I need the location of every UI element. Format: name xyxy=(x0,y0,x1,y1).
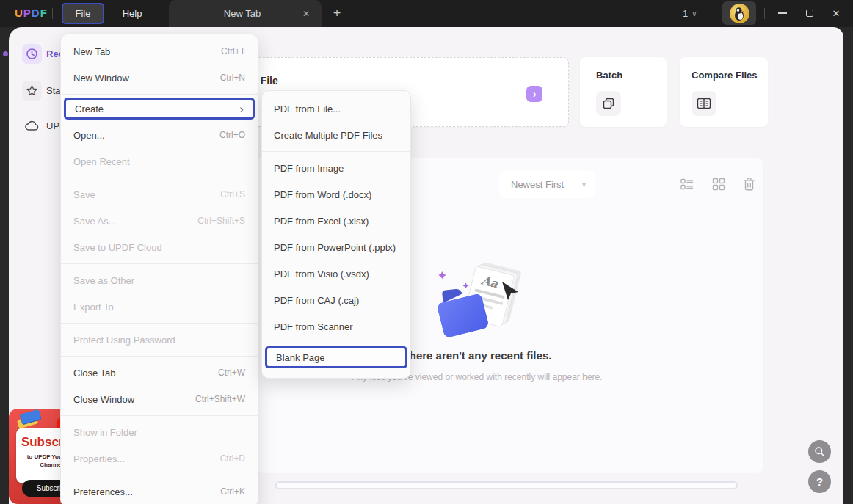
menu-divider xyxy=(61,415,258,416)
tab-new-tab[interactable]: New Tab ✕ xyxy=(169,0,322,27)
file-menu: New Tab Ctrl+T New Window Ctrl+N Create … xyxy=(60,34,258,504)
maximize-icon xyxy=(806,10,813,17)
chevron-down-icon: ∨ xyxy=(692,10,697,18)
help-button[interactable]: ? xyxy=(808,470,831,493)
batch-card-title: Batch xyxy=(596,70,622,81)
sidebar-item-starred[interactable] xyxy=(22,81,42,101)
menu-divider xyxy=(262,343,410,343)
list-view-button[interactable] xyxy=(680,177,694,191)
create-submenu-item-pdf-from-powerpoint[interactable]: PDF from PowerPoint (.pptx) xyxy=(262,234,410,260)
titlebar-divider xyxy=(764,8,765,19)
sidebar-item-updf-cloud[interactable] xyxy=(22,116,42,136)
batch-card[interactable]: Batch xyxy=(580,57,667,127)
file-menu-item-new-window[interactable]: New Window Ctrl+N xyxy=(61,65,258,91)
create-submenu: PDF from File... Create Multiple PDF Fil… xyxy=(261,90,411,379)
titlebar-divider xyxy=(52,8,53,19)
file-menu-item-close-window[interactable]: Close Window Ctrl+Shift+W xyxy=(61,386,258,412)
file-menu-item-show-in-folder: Show in Folder xyxy=(61,419,258,445)
open-file-chevron-button[interactable]: › xyxy=(526,86,542,102)
menu-divider xyxy=(61,356,258,357)
grid-view-button[interactable] xyxy=(711,177,726,191)
tab-count-dropdown[interactable]: 1 ∨ xyxy=(683,0,697,27)
compare-files-card[interactable]: Compare Files xyxy=(680,57,768,127)
file-menu-item-open-recent: Open Recent xyxy=(61,148,258,175)
batch-icon xyxy=(596,91,621,116)
menu-divider xyxy=(61,94,258,95)
close-button[interactable]: ✕ xyxy=(826,3,846,23)
new-tab-plus-button[interactable]: + xyxy=(329,5,345,21)
file-menu-item-protect-using-password: Protect Using Password xyxy=(61,326,258,353)
help-menu-button[interactable]: Help xyxy=(114,3,150,24)
sort-dropdown-value: Newest First xyxy=(511,179,564,190)
sidebar-active-indicator xyxy=(3,51,8,56)
file-menu-item-new-tab[interactable]: New Tab Ctrl+T xyxy=(61,38,258,65)
menu-divider xyxy=(61,263,258,264)
create-submenu-item-pdf-from-file[interactable]: PDF from File... xyxy=(262,95,410,122)
menu-divider xyxy=(61,178,258,178)
minimize-icon xyxy=(778,12,787,14)
menu-divider xyxy=(61,475,258,475)
menu-divider xyxy=(262,151,410,152)
file-menu-item-create[interactable]: Create › xyxy=(64,98,255,120)
create-submenu-item-blank-page[interactable]: Blank Page xyxy=(265,346,407,368)
create-submenu-item-pdf-from-word[interactable]: PDF from Word (.docx) xyxy=(262,181,410,208)
file-menu-button[interactable]: File xyxy=(62,3,104,24)
chevron-down-icon: ▾ xyxy=(582,180,586,189)
horizontal-scrollbar[interactable] xyxy=(275,481,738,489)
trash-icon-button[interactable] xyxy=(742,177,757,191)
star-icon xyxy=(26,84,38,97)
menu-divider xyxy=(61,323,258,324)
compare-files-card-title: Compare Files xyxy=(692,70,758,81)
create-submenu-item-pdf-from-scanner[interactable]: PDF from Scanner xyxy=(262,313,410,340)
app-window: Recent Starred UPDF Cloud Open File › Ba… xyxy=(0,0,853,504)
avatar xyxy=(730,4,749,23)
file-menu-item-properties: Properties... Ctrl+D xyxy=(61,445,258,472)
cloud-icon xyxy=(25,120,39,131)
close-icon: ✕ xyxy=(832,8,841,19)
file-menu-item-save-as-other: Save as Other xyxy=(61,267,258,293)
tab-label: New Tab xyxy=(169,8,297,19)
titlebar: UPDF File Help New Tab ✕ + 1 ∨ xyxy=(0,0,853,27)
file-menu-item-close-tab[interactable]: Close Tab Ctrl+W xyxy=(61,359,258,386)
minimize-button[interactable] xyxy=(772,3,793,23)
tab-close-icon[interactable]: ✕ xyxy=(297,6,316,22)
file-menu-item-save-as: Save As... Ctrl+Shift+S xyxy=(61,208,258,234)
create-submenu-item-pdf-from-caj[interactable]: PDF from CAJ (.caj) xyxy=(262,287,410,313)
clock-icon xyxy=(26,48,38,60)
create-submenu-item-create-multiple-pdf-files[interactable]: Create Multiple PDF Files xyxy=(262,122,410,148)
compare-files-icon xyxy=(692,91,716,116)
account-avatar-button[interactable] xyxy=(722,1,756,25)
create-submenu-item-pdf-from-image[interactable]: PDF from Image xyxy=(262,155,410,181)
sidebar-item-recent[interactable] xyxy=(22,44,42,64)
tab-count-value: 1 xyxy=(683,8,688,19)
search-button[interactable] xyxy=(808,440,831,463)
sort-dropdown[interactable]: Newest First ▾ xyxy=(499,171,595,198)
chevron-right-icon: › xyxy=(533,88,537,100)
submenu-arrow-icon: › xyxy=(239,103,244,115)
create-submenu-item-pdf-from-visio[interactable]: PDF from Visio (.vsdx) xyxy=(262,260,410,287)
updf-logo: UPDF xyxy=(15,7,48,19)
maximize-button[interactable] xyxy=(799,3,820,23)
search-icon xyxy=(814,446,825,457)
file-menu-item-open[interactable]: Open... Ctrl+O xyxy=(61,122,258,148)
question-mark-icon: ? xyxy=(816,475,823,488)
file-menu-item-save: Save Ctrl+S xyxy=(61,181,258,208)
empty-folder-illustration: Aa xyxy=(432,260,529,346)
file-menu-item-preferences[interactable]: Preferences... Ctrl+K xyxy=(61,478,258,504)
file-menu-item-save-to-updf-cloud: Save to UPDF Cloud xyxy=(61,234,258,260)
create-submenu-item-pdf-from-excel[interactable]: PDF from Excel (.xlsx) xyxy=(262,208,410,234)
file-menu-item-export-to: Export To xyxy=(61,293,258,320)
